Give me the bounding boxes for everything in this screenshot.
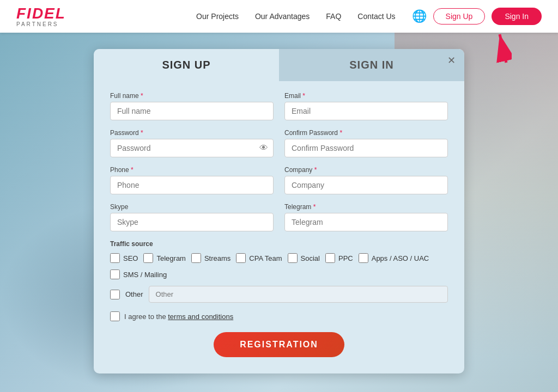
nav-projects[interactable]: Our Projects: [196, 12, 239, 21]
telegram-group: Telegram *: [284, 203, 448, 231]
form-row-2: Password * 👁 Confirm Password *: [110, 129, 448, 157]
checkbox-cpateam-input[interactable]: [236, 253, 246, 263]
arrow-indicator: [468, 24, 512, 68]
svg-line-1: [500, 34, 506, 63]
signup-button[interactable]: Sign Up: [433, 8, 486, 24]
skype-group: Skype: [110, 203, 274, 231]
tab-signup[interactable]: Sign Up: [94, 49, 279, 81]
form-row-1: Full name * Email *: [110, 92, 448, 120]
checkbox-apps[interactable]: Apps / ASO / UAC: [359, 253, 429, 263]
other-row: Other: [110, 286, 448, 303]
traffic-source-label: Traffic source: [110, 240, 448, 248]
password-wrapper: 👁: [110, 139, 274, 157]
modal-backdrop: Sign Up Sign In ✕ Full name * Email *: [0, 33, 558, 392]
terms-checkbox[interactable]: [110, 311, 120, 321]
confirm-password-input[interactable]: [284, 139, 448, 157]
traffic-source-group-2: SMS / Mailing: [110, 270, 448, 279]
company-group: Company *: [284, 166, 448, 194]
fullname-input[interactable]: [110, 102, 274, 120]
other-label: Other: [125, 290, 143, 298]
signup-modal: Sign Up Sign In ✕ Full name * Email *: [94, 49, 464, 373]
other-input[interactable]: [149, 286, 448, 303]
checkbox-social-input[interactable]: [288, 253, 298, 263]
nav-faq[interactable]: FAQ: [326, 12, 341, 21]
terms-link[interactable]: terms and conditions: [168, 313, 233, 321]
email-group: Email *: [284, 92, 448, 120]
globe-icon[interactable]: 🌐: [412, 9, 427, 23]
logo-partners: PARTNERS: [16, 21, 59, 27]
company-label: Company *: [284, 166, 448, 174]
header-actions: 🌐 Sign Up Sign In: [412, 8, 542, 25]
password-input[interactable]: [110, 139, 274, 157]
terms-row: I agree to the terms and conditions: [110, 311, 448, 321]
checkbox-sms-input[interactable]: [110, 270, 120, 279]
phone-label: Phone *: [110, 166, 274, 174]
nav: Our Projects Our Advantages FAQ Contact …: [196, 12, 395, 21]
register-button[interactable]: Registration: [214, 332, 344, 357]
password-label: Password *: [110, 129, 274, 137]
checkbox-ppc-input[interactable]: [325, 253, 335, 263]
tab-signin[interactable]: Sign In: [279, 49, 464, 81]
checkbox-apps-input[interactable]: [359, 253, 368, 263]
checkbox-seo-input[interactable]: [110, 253, 120, 263]
phone-input[interactable]: [110, 176, 274, 194]
password-group: Password * 👁: [110, 129, 274, 157]
email-label: Email *: [284, 92, 448, 100]
eye-icon[interactable]: 👁: [259, 143, 268, 153]
checkbox-social[interactable]: Social: [288, 253, 320, 263]
checkbox-sms[interactable]: SMS / Mailing: [110, 270, 167, 279]
checkbox-streams[interactable]: Streams: [191, 253, 231, 263]
close-button[interactable]: ✕: [447, 56, 456, 65]
logo: FIDEL PARTNERS: [16, 6, 66, 27]
skype-input[interactable]: [110, 213, 274, 231]
checkbox-seo[interactable]: SEO: [110, 253, 138, 263]
confirm-password-group: Confirm Password *: [284, 129, 448, 157]
checkbox-streams-input[interactable]: [191, 253, 201, 263]
company-input[interactable]: [284, 176, 448, 194]
checkbox-telegram-input[interactable]: [143, 253, 153, 263]
signin-button[interactable]: Sign In: [492, 8, 542, 25]
modal-tabs: Sign Up Sign In: [94, 49, 464, 81]
skype-label: Skype: [110, 203, 274, 211]
fullname-group: Full name *: [110, 92, 274, 120]
email-input[interactable]: [284, 102, 448, 120]
confirm-password-label: Confirm Password *: [284, 129, 448, 137]
telegram-input[interactable]: [284, 213, 448, 231]
form-row-3: Phone * Company *: [110, 166, 448, 194]
checkbox-other-input[interactable]: [110, 290, 120, 299]
modal-body: Full name * Email * Password *: [94, 81, 464, 373]
logo-fidel: FIDEL: [16, 6, 66, 21]
form-row-4: Skype Telegram *: [110, 203, 448, 231]
telegram-label: Telegram *: [284, 203, 448, 211]
terms-text: I agree to the terms and conditions: [124, 313, 233, 321]
checkbox-cpateam[interactable]: CPA Team: [236, 253, 282, 263]
traffic-source-group: SEO Telegram Streams CPA Team Social: [110, 253, 448, 263]
checkbox-ppc[interactable]: PPC: [325, 253, 353, 263]
fullname-label: Full name *: [110, 92, 274, 100]
nav-contact[interactable]: Contact Us: [357, 12, 395, 21]
phone-group: Phone *: [110, 166, 274, 194]
nav-advantages[interactable]: Our Advantages: [255, 12, 310, 21]
checkbox-telegram[interactable]: Telegram: [143, 253, 185, 263]
